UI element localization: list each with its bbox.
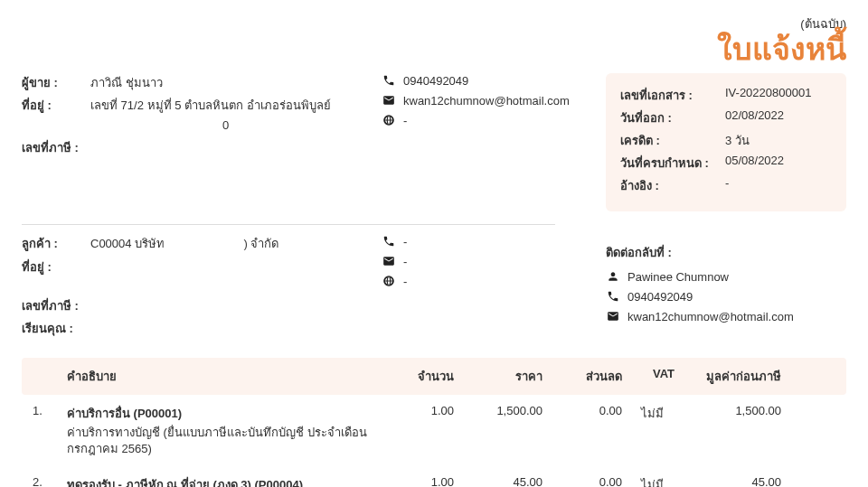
- email-icon: [382, 93, 396, 108]
- credit-label: เครดิต :: [620, 131, 720, 150]
- contact-back-title: ติดต่อกลับที่ :: [606, 243, 846, 262]
- table-header-row: คำอธิบาย จำนวน ราคา ส่วนลด VAT มูลค่าก่อ…: [22, 358, 846, 395]
- docno-value: IV-20220800001: [725, 86, 832, 105]
- item-vat: ไม่มี: [629, 404, 675, 423]
- customer-name: C00004 บริษัท ) จำกัด: [90, 234, 365, 253]
- item-pretax: 45.00: [682, 475, 781, 487]
- seller-address: เลขที่ 71/2 หมู่ที่ 5 ตำบลหินตก อำเภอร่อ…: [90, 96, 365, 115]
- phone-icon: [382, 234, 396, 248]
- email-icon: [606, 309, 620, 323]
- item-price: 45.00: [461, 475, 542, 487]
- row-index: 2.: [33, 475, 60, 487]
- phone-icon: [382, 73, 396, 88]
- th-price: ราคา: [461, 367, 542, 386]
- customer-name-label: ลูกค้า :: [22, 234, 85, 253]
- th-qty: จำนวน: [391, 367, 454, 386]
- customer-web: -: [403, 275, 407, 288]
- customer-email: -: [403, 255, 407, 268]
- globe-icon: [382, 113, 396, 127]
- customer-name-prefix: C00004 บริษัท: [90, 237, 165, 250]
- phone-icon: [606, 289, 620, 304]
- ref-label: อ้างอิง :: [620, 176, 720, 195]
- item-discount: 0.00: [550, 404, 622, 417]
- seller-web: -: [403, 114, 407, 127]
- contact-back-email: kwan12chumnow@hotmail.com: [627, 310, 794, 323]
- due-label: วันที่ครบกำหนด :: [620, 154, 720, 173]
- seller-block: ผู้ขาย : ภาวิณี ชุ่มนาว ที่อยู่ : เลขที่…: [22, 73, 365, 161]
- seller-phone: 0940492049: [403, 74, 468, 88]
- item-name: ค่าบริการอื่น (P00001): [67, 404, 383, 423]
- redacted-text: [90, 257, 307, 271]
- ref-value: -: [725, 176, 832, 195]
- contact-back-box: ติดต่อกลับที่ : Pawinee Chumnow 09404920…: [606, 243, 846, 329]
- credit-value: 3 วัน: [725, 131, 832, 150]
- item-desc: ค่าบริการทางบัญชี (ยื่นแบบภาษีและบันทึกบ…: [67, 425, 383, 457]
- row-index: 1.: [33, 404, 60, 417]
- item-qty: 1.00: [391, 404, 454, 417]
- redacted-text: [168, 239, 241, 251]
- table-row: 2. ทดรองรับ - ภาษีหัก ณ ที่จ่าย (ภงด.3) …: [22, 466, 846, 487]
- person-icon: [606, 269, 620, 284]
- issue-label: วันที่ออก :: [620, 108, 720, 127]
- due-value: 05/08/2022: [725, 154, 832, 173]
- seller-contact-column: 0940492049 kwan12chumnow@hotmail.com -: [382, 73, 590, 127]
- th-desc: คำอธิบาย: [67, 367, 383, 386]
- globe-icon: [382, 274, 396, 288]
- seller-email: kwan12chumnow@hotmail.com: [403, 94, 570, 108]
- seller-name: ภาวิณี ชุ่มนาว: [90, 73, 365, 92]
- item-name: ทดรองรับ - ภาษีหัก ณ ที่จ่าย (ภงด.3) (P0…: [67, 475, 383, 487]
- customer-taxid-label: เลขที่ภาษี :: [22, 296, 85, 315]
- customer-block: ลูกค้า : C00004 บริษัท ) จำกัด ที่อยู่ :…: [22, 234, 365, 342]
- seller-taxid-label: เลขที่ภาษี :: [22, 138, 85, 157]
- redacted-text: [90, 280, 262, 293]
- redacted-text: [90, 136, 262, 152]
- issue-value: 02/08/2022: [725, 108, 832, 127]
- item-pretax: 1,500.00: [682, 404, 781, 417]
- item-vat: ไม่มี: [629, 475, 675, 487]
- item-qty: 1.00: [391, 475, 454, 487]
- redacted-text: [90, 119, 217, 132]
- seller-address-label: ที่อยู่ :: [22, 96, 85, 115]
- th-pretax: มูลค่าก่อนภาษี: [682, 367, 781, 386]
- customer-contact-column: - - -: [382, 234, 590, 288]
- item-price: 1,500.00: [461, 404, 542, 417]
- customer-phone: -: [403, 235, 407, 248]
- section-separator: [22, 224, 555, 225]
- item-discount: 0.00: [550, 475, 622, 487]
- th-discount: ส่วนลด: [550, 367, 622, 386]
- original-label: (ต้นฉบับ): [22, 14, 846, 33]
- table-row: 1. ค่าบริการอื่น (P00001) ค่าบริการทางบั…: [22, 395, 846, 466]
- items-table: คำอธิบาย จำนวน ราคา ส่วนลด VAT มูลค่าก่อ…: [22, 358, 846, 487]
- seller-address-tail: 0: [222, 118, 229, 132]
- contact-back-phone: 0940492049: [627, 290, 693, 304]
- customer-attn-label: เรียนคุณ :: [22, 319, 85, 338]
- seller-name-label: ผู้ขาย :: [22, 73, 85, 92]
- document-title: ใบแจ้งหนี้: [22, 33, 846, 64]
- email-icon: [382, 254, 396, 268]
- redacted-text: [90, 297, 244, 310]
- contact-back-name: Pawinee Chumnow: [627, 270, 729, 284]
- docno-label: เลขที่เอกสาร :: [620, 86, 720, 105]
- customer-address-label: ที่อยู่ :: [22, 258, 85, 276]
- document-info-box: เลขที่เอกสาร : IV-20220800001 วันที่ออก …: [606, 73, 846, 211]
- th-vat: VAT: [629, 367, 675, 386]
- customer-name-suffix: ) จำกัด: [243, 237, 278, 250]
